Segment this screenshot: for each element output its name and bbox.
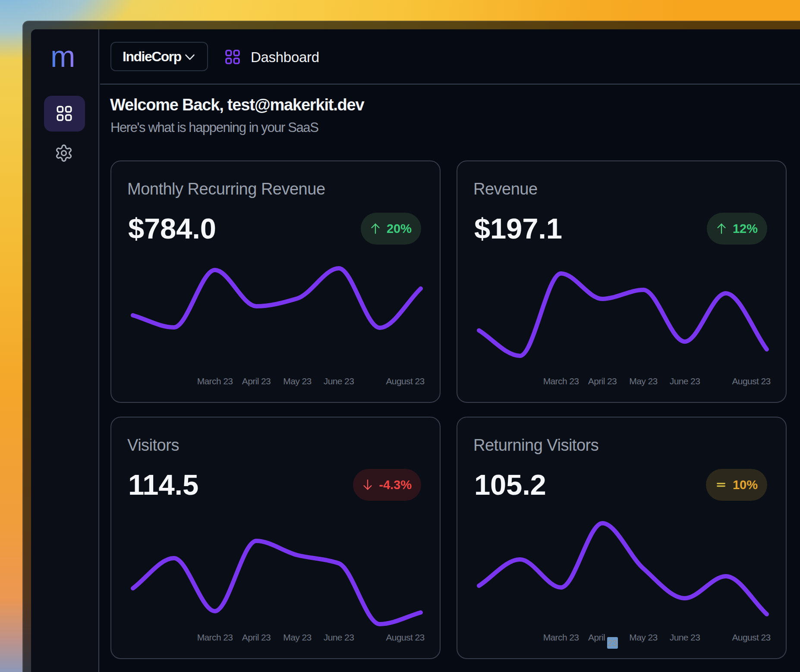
svg-text:m: m bbox=[50, 50, 75, 71]
